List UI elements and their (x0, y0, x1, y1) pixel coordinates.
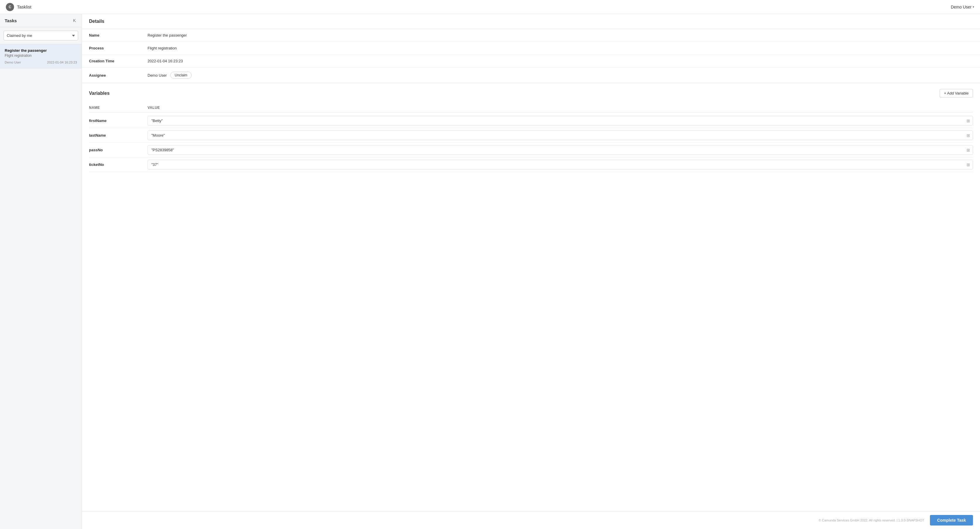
var-name-ticketno: ticketNo (89, 162, 148, 167)
task-process: Flight registration (5, 54, 77, 58)
detail-row-process: Process Flight registration (82, 42, 980, 55)
user-menu[interactable]: Demo User ▾ (951, 5, 974, 10)
var-name-passno: passNo (89, 148, 148, 152)
expand-icon-lastname[interactable]: ⊞ (967, 133, 970, 138)
expand-icon-firstname[interactable]: ⊞ (967, 119, 970, 123)
var-name-lastname: lastName (89, 133, 148, 138)
detail-label-process: Process (89, 46, 148, 50)
detail-row-assignee: Assignee Demo User Unclaim (82, 68, 980, 83)
var-value-container-firstname: ⊞ (148, 116, 973, 125)
add-variable-button[interactable]: + Add Variable (940, 89, 973, 97)
var-value-container-ticketno: ⊞ (148, 160, 973, 169)
app-title: Tasklist (17, 5, 31, 10)
var-row-lastname: lastName ⊞ (89, 128, 973, 143)
detail-row-name: Name Register the passenger (82, 29, 980, 42)
detail-value-assignee: Demo User Unclaim (148, 71, 192, 79)
unclaim-button[interactable]: Unclaim (170, 71, 192, 79)
main-layout: Tasks K Claimed by me All Unclaimed Comp… (0, 14, 980, 529)
var-row-ticketno: ticketNo ⊞ (89, 157, 973, 172)
detail-header: Details (82, 14, 980, 29)
task-item[interactable]: Register the passenger Flight registrati… (0, 44, 82, 68)
detail-value-creation-time: 2022-01-04 16:23:23 (148, 59, 183, 63)
app-header: C Tasklist Demo User ▾ (0, 0, 980, 14)
var-value-input-lastname[interactable] (148, 130, 973, 140)
expand-icon-ticketno[interactable]: ⊞ (967, 162, 970, 167)
assignee-name: Demo User (148, 73, 167, 78)
col-header-name: Name (89, 106, 148, 110)
var-name-firstname: firstName (89, 119, 148, 123)
detail-label-name: Name (89, 33, 148, 37)
var-value-input-ticketno[interactable] (148, 160, 973, 169)
detail-value-name: Register the passenger (148, 33, 187, 37)
collapse-button[interactable]: K (72, 17, 77, 24)
variables-section: Variables + Add Variable Name Value firs… (82, 83, 980, 511)
variables-header: Variables + Add Variable (89, 89, 973, 97)
var-row-firstname: firstName ⊞ (89, 114, 973, 128)
task-meta: Demo User 2022-01-04 16:23:23 (5, 60, 77, 64)
task-list: Register the passenger Flight registrati… (0, 44, 82, 529)
col-header-value: Value (148, 106, 973, 110)
task-name: Register the passenger (5, 48, 77, 52)
chevron-down-icon: ▾ (973, 5, 974, 8)
var-value-container-passno: ⊞ (148, 145, 973, 155)
logo-icon: C (6, 3, 14, 11)
complete-task-button[interactable]: Complete Task (930, 515, 973, 526)
sidebar: Tasks K Claimed by me All Unclaimed Comp… (0, 14, 82, 529)
detail-label-creation-time: Creation Time (89, 59, 148, 63)
variables-table: Name Value firstName ⊞ lastName (89, 103, 973, 172)
detail-fields: Name Register the passenger Process Flig… (82, 29, 980, 83)
task-assignee: Demo User (5, 60, 21, 64)
header-left: C Tasklist (6, 3, 31, 11)
detail-panel: Details Name Register the passenger Proc… (82, 14, 980, 529)
variables-table-header: Name Value (89, 103, 973, 112)
task-created: 2022-01-04 16:23:23 (47, 60, 77, 64)
expand-icon-passno[interactable]: ⊞ (967, 148, 970, 153)
detail-section-title: Details (89, 19, 104, 24)
sidebar-title: Tasks (5, 18, 17, 23)
filter-select[interactable]: Claimed by me All Unclaimed Completed (3, 31, 78, 40)
var-value-input-passno[interactable] (148, 145, 973, 155)
detail-value-process: Flight registration (148, 46, 177, 50)
filter-area: Claimed by me All Unclaimed Completed (0, 27, 82, 44)
detail-label-assignee: Assignee (89, 73, 148, 78)
sidebar-header: Tasks K (0, 14, 82, 27)
detail-row-creation-time: Creation Time 2022-01-04 16:23:23 (82, 55, 980, 68)
var-value-input-firstname[interactable] (148, 116, 973, 125)
variables-title: Variables (89, 91, 110, 96)
var-row-passno: passNo ⊞ (89, 143, 973, 157)
detail-footer: © Camunda Services GmbH 2022. All rights… (82, 511, 980, 529)
var-value-container-lastname: ⊞ (148, 130, 973, 140)
footer-copyright: © Camunda Services GmbH 2022. All rights… (819, 518, 924, 522)
user-name: Demo User (951, 5, 972, 10)
